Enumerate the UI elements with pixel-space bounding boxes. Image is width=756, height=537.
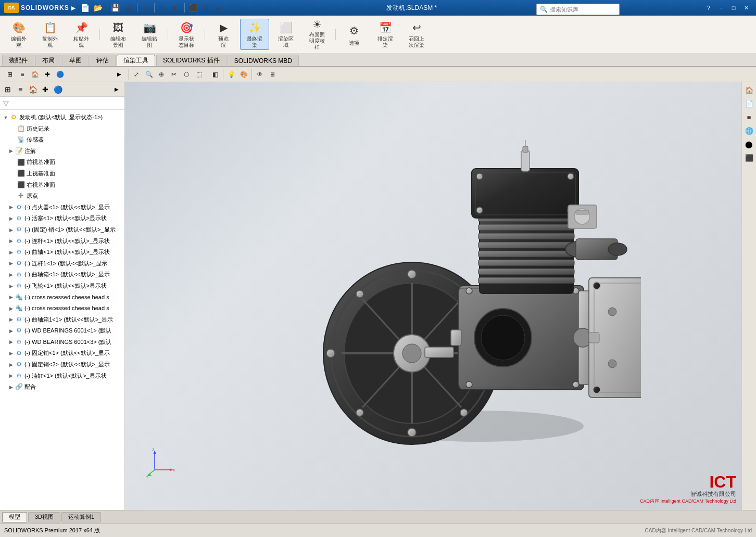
tree-item-rod1[interactable]: ▶ ⚙ (-) 连杆1<1> (默认<<默认>_显示	[0, 258, 124, 270]
final-render-btn[interactable]: ✨ 最终渲染	[240, 19, 269, 50]
brightness-btn[interactable]: ☀ 布景照明度校样	[303, 19, 332, 50]
sidebar-btn-expand[interactable]: ▶	[111, 84, 122, 95]
more-btn[interactable]: ▶	[170, 2, 182, 14]
render-layout-btn[interactable]: 🖼 编辑布景图	[104, 19, 133, 50]
minimize-btn[interactable]: −	[715, 2, 727, 14]
tree-label-crankcase: (-) 曲轴箱<1> (默认<<默认>_显示	[24, 270, 110, 279]
sidebar-btn-home[interactable]: 🏠	[27, 84, 39, 95]
tab-layout[interactable]: 布局	[35, 55, 61, 66]
open-btn[interactable]: 📂	[93, 2, 104, 14]
vp-light-btn[interactable]: 💡	[225, 69, 237, 80]
right-btn-circle[interactable]: ⬤	[744, 138, 755, 150]
tree-item-root[interactable]: ▼ ⚙ 发动机 (默认<默认_显示状态-1>)	[0, 112, 124, 123]
tab-evaluate[interactable]: 评估	[90, 55, 116, 66]
tree-item-pin-fixed[interactable]: ▶ ⚙ (-) (固定) 销<1> (默认<<默认>_显示	[0, 224, 124, 236]
right-btn-home[interactable]: 🏠	[744, 84, 755, 96]
recall-btn[interactable]: ↩ 召回上次渲染	[402, 19, 431, 50]
search-bar[interactable]: 🔍	[536, 4, 620, 15]
paste-outside-btn[interactable]: 📌 粘贴外观	[67, 19, 96, 50]
bottom-tab-3d[interactable]: 3D视图	[28, 512, 60, 522]
close-btn[interactable]: ✕	[740, 2, 752, 14]
tree-item-history[interactable]: 📋 历史记录	[0, 123, 124, 135]
options-tb-btn[interactable]: ⚙	[200, 2, 212, 14]
maximize-btn[interactable]: □	[728, 2, 739, 14]
svg-point-46	[476, 173, 483, 180]
tree-item-fixed-pin2[interactable]: ▶ ⚙ (-) 固定销<2> (默认<<默认>_显示	[0, 359, 124, 370]
sidebar-btn-grid[interactable]: ⊞	[2, 84, 14, 95]
tree-item-top-plane[interactable]: ⬛ 上视基准面	[0, 168, 124, 180]
tree-item-piston[interactable]: ▶ ⚙ (-) 活塞<1> (默认<<默认>显示状	[0, 213, 124, 224]
right-btn-doc[interactable]: 📄	[744, 98, 755, 109]
svg-text:Y: Y	[146, 475, 148, 479]
vp-filter-btn[interactable]: ⬡	[181, 69, 192, 80]
rebuild-btn[interactable]: ⬛	[187, 2, 199, 14]
vp-search-btn[interactable]: 🔍	[143, 69, 155, 80]
tree-item-crank[interactable]: ▶ ⚙ (-) 曲轴<1> (默认<<默认>_显示状	[0, 247, 124, 258]
tab-sketch[interactable]: 草图	[62, 55, 89, 66]
vp-orient-btn[interactable]: ⤢	[131, 69, 142, 80]
help-btn[interactable]: ?	[703, 2, 714, 14]
sidebar-view-btn5[interactable]: 🔵	[54, 69, 66, 80]
sidebar-btn-cross[interactable]: ✚	[40, 84, 51, 95]
tree-item-screw1[interactable]: ▶ 🔩 (-) cross recessed cheese head s	[0, 292, 124, 303]
sidebar-btn-circle[interactable]: 🔵	[52, 84, 64, 95]
bottom-tab-model[interactable]: 模型	[2, 512, 27, 522]
tree-item-front-plane[interactable]: ⬛ 前视基准面	[0, 157, 124, 168]
options-btn[interactable]: ⚙ 选项	[339, 19, 369, 50]
tree-label-root: 发动机 (默认<默认_显示状态-1>)	[19, 113, 103, 122]
right-btn-globe[interactable]: 🌐	[744, 125, 755, 136]
expand-sidebar-btn[interactable]: ▶	[114, 69, 125, 80]
render-region-btn[interactable]: ⬜ 渲染区域	[271, 19, 300, 50]
sidebar-view-btn2[interactable]: ≡	[17, 69, 28, 80]
tab-assemble[interactable]: 装配件	[2, 55, 34, 66]
tree-item-right-plane[interactable]: ⬛ 右视基准面	[0, 180, 124, 191]
vp-appearance-btn[interactable]: 🎨	[238, 69, 249, 80]
copy-outside-btn[interactable]: 📋 复制外观	[35, 19, 65, 50]
vp-monitor-btn[interactable]: 🖥	[267, 69, 278, 80]
right-btn-grid[interactable]: ⬛	[744, 152, 755, 163]
sidebar-view-btn3[interactable]: 🏠	[29, 69, 41, 80]
show-state-btn[interactable]: 🎯 显示状态目标	[172, 19, 201, 50]
brightness-label: 布景照明度校样	[309, 32, 325, 50]
tree-item-assembly[interactable]: ▶ 🔗 配合	[0, 381, 124, 393]
sidebar-view-btn1[interactable]: ⊞	[4, 69, 16, 80]
vp-select-btn[interactable]: ✂	[168, 69, 180, 80]
print-btn[interactable]: 🖨	[123, 2, 134, 14]
tab-plugin[interactable]: SOLIDWORKS 插件	[156, 55, 226, 66]
render-paste-btn[interactable]: 📷 编辑贴图	[135, 19, 164, 50]
tree-item-cylinder[interactable]: ▶ ⚙ (-) 油缸<1> (默认<默认>_显示状	[0, 370, 124, 382]
vp-wire-btn[interactable]: ⬚	[193, 69, 205, 80]
tree-item-fixed-pin1[interactable]: ▶ ⚙ (-) 固定销<1> (默认<<默认>_显示	[0, 348, 124, 359]
edit-outside-btn[interactable]: 🎨 编辑外观	[4, 19, 33, 50]
tab-mbd[interactable]: SOLIDWORKS MBD	[228, 55, 299, 66]
tree-item-rod[interactable]: ▶ ⚙ (-) 连杆<1> (默认<<默认>_显示状	[0, 236, 124, 247]
right-btn-list[interactable]: ≡	[744, 111, 755, 123]
undo-btn[interactable]: ↩	[140, 2, 152, 14]
tab-render-tools[interactable]: 渲染工具	[117, 55, 155, 66]
tree-item-origin[interactable]: ✚ 原点	[0, 190, 124, 202]
preview-btn[interactable]: ▶ 预览渲	[209, 19, 238, 50]
tree-item-flywheel[interactable]: ▶ ⚙ (-) 飞轮<1> (默认<<默认>显示状	[0, 280, 124, 292]
more2-btn[interactable]: ▶	[213, 2, 225, 14]
tree-item-screw2[interactable]: ▶ 🔩 (-) cross recessed cheese head s	[0, 303, 124, 314]
save-btn[interactable]: 💾	[110, 2, 121, 14]
tree-item-igniter[interactable]: ▶ ⚙ (-) 点火器<1> (默认<<默认>_显示	[0, 202, 124, 213]
cursor-btn[interactable]: ↖	[157, 2, 169, 14]
schedule-btn[interactable]: 📅 排定渲染	[371, 19, 400, 50]
tree-item-sensors[interactable]: 📡 传感器	[0, 134, 124, 146]
tree-item-crankshaft1[interactable]: ▶ ⚙ (-) 曲轴箱1<1> (默认<<默认>_显示	[0, 314, 124, 326]
sidebar-btn-list[interactable]: ≡	[15, 84, 26, 95]
tree-item-crankcase[interactable]: ▶ ⚙ (-) 曲轴箱<1> (默认<<默认>_显示	[0, 269, 124, 280]
tree-item-bearing3[interactable]: ▶ ⚙ (-) WD BEARINGS 6001<3> (默认	[0, 337, 124, 348]
new-btn[interactable]: 📄	[80, 2, 91, 14]
vp-realview-btn[interactable]: 👁	[254, 69, 266, 80]
vp-zoom-btn[interactable]: ⊕	[156, 69, 167, 80]
search-input[interactable]	[550, 6, 607, 12]
tree-item-notes[interactable]: ▶ 📝 注解	[0, 146, 124, 157]
svg-point-26	[481, 315, 525, 360]
vp-section-btn[interactable]: ◧	[209, 69, 221, 80]
3d-viewport[interactable]: Z X Y ICT 智诚科技有限公司 CAD内容 Intelligent CAD…	[125, 82, 741, 510]
bottom-tab-motion[interactable]: 运动算例1	[61, 512, 101, 522]
sidebar-view-btn4[interactable]: ✚	[42, 69, 53, 80]
tree-item-bearing1[interactable]: ▶ ⚙ (-) WD BEARINGS 6001<1> (默认	[0, 325, 124, 337]
